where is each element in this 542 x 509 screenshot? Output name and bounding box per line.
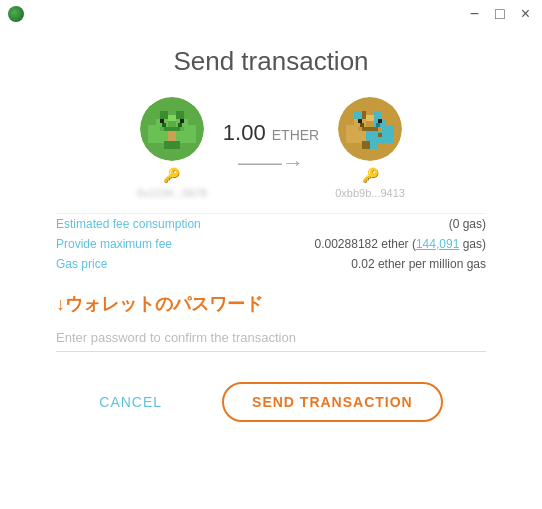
gas-link[interactable]: 144,091	[416, 237, 459, 251]
max-fee-value: 0.00288182 ether (144,091 gas)	[315, 237, 487, 251]
transaction-amount: 1.00 ETHER	[223, 120, 319, 146]
minimize-button[interactable]: −	[466, 6, 483, 22]
svg-rect-16	[162, 123, 166, 127]
svg-rect-33	[366, 115, 374, 121]
svg-rect-13	[148, 125, 160, 143]
send-transaction-button[interactable]: SEND TRANSACTION	[222, 382, 443, 422]
app-icon	[8, 6, 24, 22]
cancel-button[interactable]: CANCEL	[99, 394, 162, 410]
svg-rect-34	[360, 123, 364, 127]
svg-rect-7	[164, 127, 180, 131]
receiver-key-icon: 🔑	[362, 167, 379, 183]
amount-arrow-block: 1.00 ETHER ——→	[223, 120, 319, 176]
estimated-fee-row: Estimated fee consumption (0 gas)	[56, 214, 486, 234]
password-prompt: ↓ウォレットのパスワード	[56, 292, 486, 316]
password-input[interactable]	[56, 324, 486, 352]
title-bar-left	[8, 6, 30, 22]
svg-rect-11	[164, 141, 172, 149]
svg-rect-29	[362, 141, 370, 149]
gas-price-label: Gas price	[56, 257, 107, 271]
max-fee-row: Provide maximum fee 0.00288182 ether (14…	[56, 234, 486, 254]
svg-rect-32	[382, 125, 394, 143]
sender-key-icon: 🔑	[163, 167, 180, 183]
close-button[interactable]: ×	[517, 6, 534, 22]
max-fee-label: Provide maximum fee	[56, 237, 172, 251]
svg-rect-17	[178, 123, 182, 127]
svg-rect-31	[346, 125, 358, 143]
password-section: ↓ウォレットのパスワード	[56, 292, 486, 352]
sender-label: 0x1234...5678	[137, 187, 207, 199]
estimated-fee-label: Estimated fee consumption	[56, 217, 201, 231]
gas-price-value: 0.02 ether per million gas	[351, 257, 486, 271]
svg-rect-2	[176, 111, 184, 119]
page-title: Send transaction	[0, 46, 542, 77]
gas-price-row: Gas price 0.02 ether per million gas	[56, 254, 486, 274]
svg-rect-10	[168, 131, 176, 141]
receiver-avatar	[338, 97, 402, 161]
title-bar-controls: − □ ×	[466, 6, 534, 22]
svg-rect-14	[184, 125, 196, 143]
svg-rect-1	[160, 111, 168, 119]
svg-rect-28	[366, 131, 374, 141]
title-bar: − □ ×	[0, 0, 542, 28]
receiver-group: 🔑 0xbb9b...9413	[335, 97, 405, 199]
svg-rect-25	[362, 127, 378, 131]
transaction-row: 🔑 0x1234...5678 1.00 ETHER ——→	[0, 97, 542, 199]
svg-rect-24	[378, 119, 382, 123]
button-row: CANCEL SEND TRANSACTION	[0, 382, 542, 422]
maximize-button[interactable]: □	[491, 6, 509, 22]
svg-rect-30	[370, 141, 378, 149]
svg-rect-36	[354, 111, 362, 119]
svg-rect-35	[376, 123, 380, 127]
fee-info-table: Estimated fee consumption (0 gas) Provid…	[56, 213, 486, 274]
arrow-line: ——→	[238, 150, 304, 176]
receiver-label: 0xbb9b...9413	[335, 187, 405, 199]
svg-rect-15	[168, 115, 176, 121]
sender-group: 🔑 0x1234...5678	[137, 97, 207, 199]
estimated-fee-value: (0 gas)	[449, 217, 486, 231]
svg-rect-12	[172, 141, 180, 149]
svg-rect-5	[160, 119, 164, 123]
sender-avatar	[140, 97, 204, 161]
svg-rect-20	[374, 111, 382, 119]
svg-rect-23	[358, 119, 362, 123]
svg-rect-6	[180, 119, 184, 123]
svg-rect-37	[378, 133, 382, 137]
